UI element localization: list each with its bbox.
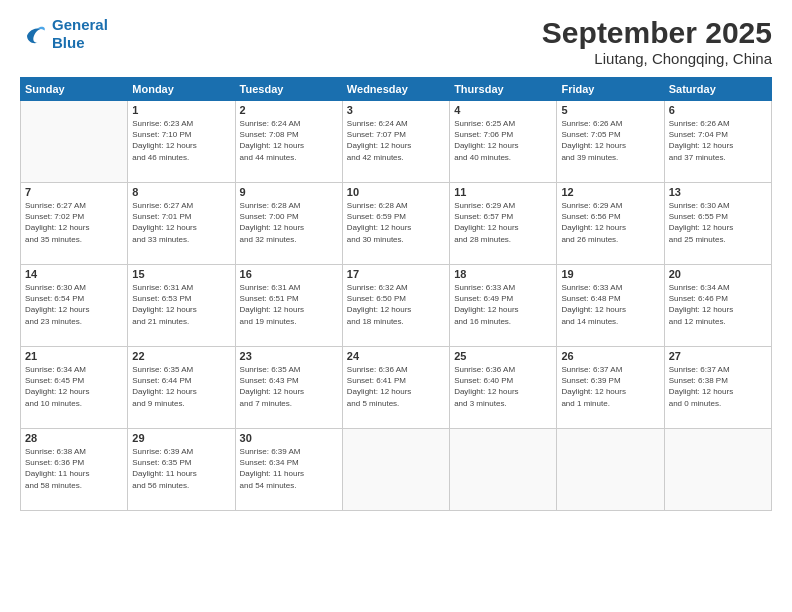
day-number: 1 (132, 104, 230, 116)
table-row (557, 429, 664, 511)
day-number: 30 (240, 432, 338, 444)
table-row (21, 101, 128, 183)
table-row: 29Sunrise: 6:39 AM Sunset: 6:35 PM Dayli… (128, 429, 235, 511)
header-monday: Monday (128, 78, 235, 101)
day-info: Sunrise: 6:39 AM Sunset: 6:34 PM Dayligh… (240, 446, 338, 491)
header-sunday: Sunday (21, 78, 128, 101)
day-number: 25 (454, 350, 552, 362)
day-number: 6 (669, 104, 767, 116)
header-tuesday: Tuesday (235, 78, 342, 101)
header-saturday: Saturday (664, 78, 771, 101)
table-row: 30Sunrise: 6:39 AM Sunset: 6:34 PM Dayli… (235, 429, 342, 511)
day-info: Sunrise: 6:23 AM Sunset: 7:10 PM Dayligh… (132, 118, 230, 163)
table-row: 6Sunrise: 6:26 AM Sunset: 7:04 PM Daylig… (664, 101, 771, 183)
calendar-header-row: Sunday Monday Tuesday Wednesday Thursday… (21, 78, 772, 101)
table-row: 5Sunrise: 6:26 AM Sunset: 7:05 PM Daylig… (557, 101, 664, 183)
day-number: 9 (240, 186, 338, 198)
calendar: Sunday Monday Tuesday Wednesday Thursday… (20, 77, 772, 511)
day-number: 21 (25, 350, 123, 362)
day-info: Sunrise: 6:29 AM Sunset: 6:57 PM Dayligh… (454, 200, 552, 245)
day-number: 17 (347, 268, 445, 280)
header-thursday: Thursday (450, 78, 557, 101)
table-row: 28Sunrise: 6:38 AM Sunset: 6:36 PM Dayli… (21, 429, 128, 511)
day-number: 7 (25, 186, 123, 198)
table-row: 19Sunrise: 6:33 AM Sunset: 6:48 PM Dayli… (557, 265, 664, 347)
logo: General Blue (20, 16, 108, 52)
day-info: Sunrise: 6:26 AM Sunset: 7:04 PM Dayligh… (669, 118, 767, 163)
table-row: 14Sunrise: 6:30 AM Sunset: 6:54 PM Dayli… (21, 265, 128, 347)
calendar-week-row: 28Sunrise: 6:38 AM Sunset: 6:36 PM Dayli… (21, 429, 772, 511)
header: General Blue September 2025 Liutang, Cho… (20, 16, 772, 67)
day-info: Sunrise: 6:30 AM Sunset: 6:54 PM Dayligh… (25, 282, 123, 327)
day-info: Sunrise: 6:28 AM Sunset: 6:59 PM Dayligh… (347, 200, 445, 245)
logo-text: General Blue (52, 16, 108, 52)
day-number: 11 (454, 186, 552, 198)
day-number: 4 (454, 104, 552, 116)
table-row: 24Sunrise: 6:36 AM Sunset: 6:41 PM Dayli… (342, 347, 449, 429)
day-number: 22 (132, 350, 230, 362)
day-info: Sunrise: 6:31 AM Sunset: 6:51 PM Dayligh… (240, 282, 338, 327)
day-number: 14 (25, 268, 123, 280)
day-info: Sunrise: 6:36 AM Sunset: 6:41 PM Dayligh… (347, 364, 445, 409)
table-row: 1Sunrise: 6:23 AM Sunset: 7:10 PM Daylig… (128, 101, 235, 183)
day-number: 20 (669, 268, 767, 280)
day-info: Sunrise: 6:39 AM Sunset: 6:35 PM Dayligh… (132, 446, 230, 491)
day-number: 23 (240, 350, 338, 362)
table-row: 20Sunrise: 6:34 AM Sunset: 6:46 PM Dayli… (664, 265, 771, 347)
day-info: Sunrise: 6:29 AM Sunset: 6:56 PM Dayligh… (561, 200, 659, 245)
day-number: 29 (132, 432, 230, 444)
day-info: Sunrise: 6:33 AM Sunset: 6:49 PM Dayligh… (454, 282, 552, 327)
day-info: Sunrise: 6:35 AM Sunset: 6:43 PM Dayligh… (240, 364, 338, 409)
day-number: 16 (240, 268, 338, 280)
calendar-week-row: 14Sunrise: 6:30 AM Sunset: 6:54 PM Dayli… (21, 265, 772, 347)
day-info: Sunrise: 6:35 AM Sunset: 6:44 PM Dayligh… (132, 364, 230, 409)
table-row (342, 429, 449, 511)
day-info: Sunrise: 6:37 AM Sunset: 6:39 PM Dayligh… (561, 364, 659, 409)
table-row: 11Sunrise: 6:29 AM Sunset: 6:57 PM Dayli… (450, 183, 557, 265)
table-row: 12Sunrise: 6:29 AM Sunset: 6:56 PM Dayli… (557, 183, 664, 265)
day-info: Sunrise: 6:27 AM Sunset: 7:01 PM Dayligh… (132, 200, 230, 245)
header-wednesday: Wednesday (342, 78, 449, 101)
day-info: Sunrise: 6:34 AM Sunset: 6:45 PM Dayligh… (25, 364, 123, 409)
day-number: 2 (240, 104, 338, 116)
day-number: 13 (669, 186, 767, 198)
day-info: Sunrise: 6:36 AM Sunset: 6:40 PM Dayligh… (454, 364, 552, 409)
table-row: 27Sunrise: 6:37 AM Sunset: 6:38 PM Dayli… (664, 347, 771, 429)
day-number: 28 (25, 432, 123, 444)
calendar-week-row: 7Sunrise: 6:27 AM Sunset: 7:02 PM Daylig… (21, 183, 772, 265)
table-row: 7Sunrise: 6:27 AM Sunset: 7:02 PM Daylig… (21, 183, 128, 265)
day-info: Sunrise: 6:26 AM Sunset: 7:05 PM Dayligh… (561, 118, 659, 163)
calendar-week-row: 1Sunrise: 6:23 AM Sunset: 7:10 PM Daylig… (21, 101, 772, 183)
table-row: 2Sunrise: 6:24 AM Sunset: 7:08 PM Daylig… (235, 101, 342, 183)
table-row: 21Sunrise: 6:34 AM Sunset: 6:45 PM Dayli… (21, 347, 128, 429)
table-row: 4Sunrise: 6:25 AM Sunset: 7:06 PM Daylig… (450, 101, 557, 183)
day-info: Sunrise: 6:38 AM Sunset: 6:36 PM Dayligh… (25, 446, 123, 491)
table-row: 13Sunrise: 6:30 AM Sunset: 6:55 PM Dayli… (664, 183, 771, 265)
table-row: 22Sunrise: 6:35 AM Sunset: 6:44 PM Dayli… (128, 347, 235, 429)
title-block: September 2025 Liutang, Chongqing, China (542, 16, 772, 67)
table-row: 18Sunrise: 6:33 AM Sunset: 6:49 PM Dayli… (450, 265, 557, 347)
table-row: 26Sunrise: 6:37 AM Sunset: 6:39 PM Dayli… (557, 347, 664, 429)
day-info: Sunrise: 6:32 AM Sunset: 6:50 PM Dayligh… (347, 282, 445, 327)
table-row: 23Sunrise: 6:35 AM Sunset: 6:43 PM Dayli… (235, 347, 342, 429)
day-info: Sunrise: 6:24 AM Sunset: 7:07 PM Dayligh… (347, 118, 445, 163)
table-row (450, 429, 557, 511)
table-row: 17Sunrise: 6:32 AM Sunset: 6:50 PM Dayli… (342, 265, 449, 347)
logo-icon (20, 20, 48, 48)
day-info: Sunrise: 6:27 AM Sunset: 7:02 PM Dayligh… (25, 200, 123, 245)
day-number: 15 (132, 268, 230, 280)
table-row: 25Sunrise: 6:36 AM Sunset: 6:40 PM Dayli… (450, 347, 557, 429)
day-number: 10 (347, 186, 445, 198)
day-number: 5 (561, 104, 659, 116)
table-row (664, 429, 771, 511)
day-info: Sunrise: 6:25 AM Sunset: 7:06 PM Dayligh… (454, 118, 552, 163)
table-row: 10Sunrise: 6:28 AM Sunset: 6:59 PM Dayli… (342, 183, 449, 265)
header-friday: Friday (557, 78, 664, 101)
location-title: Liutang, Chongqing, China (542, 50, 772, 67)
day-number: 3 (347, 104, 445, 116)
day-info: Sunrise: 6:31 AM Sunset: 6:53 PM Dayligh… (132, 282, 230, 327)
day-number: 26 (561, 350, 659, 362)
day-number: 8 (132, 186, 230, 198)
table-row: 15Sunrise: 6:31 AM Sunset: 6:53 PM Dayli… (128, 265, 235, 347)
table-row: 3Sunrise: 6:24 AM Sunset: 7:07 PM Daylig… (342, 101, 449, 183)
